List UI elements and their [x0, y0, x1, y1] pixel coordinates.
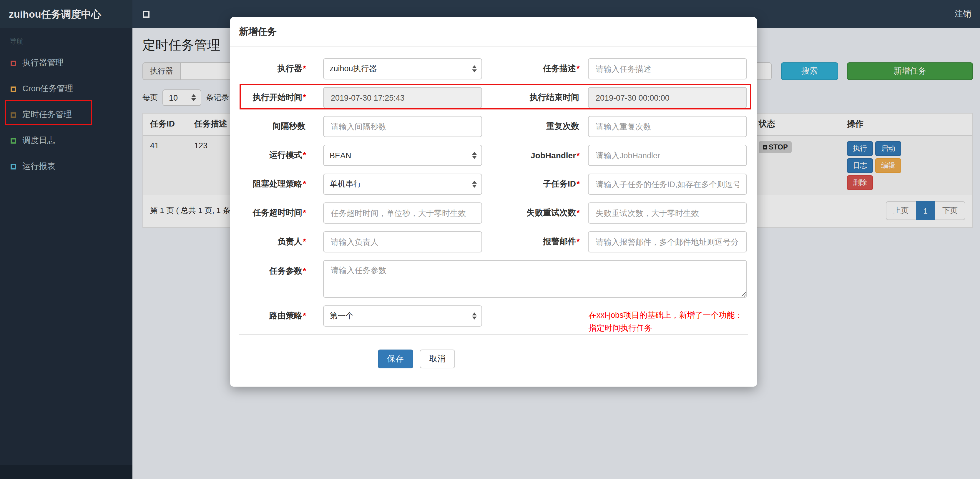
caret-up-icon [472, 152, 477, 155]
form-row: 负责人* 报警邮件* [239, 231, 748, 253]
label-text: JobHandler [531, 151, 576, 160]
label-text: 负责人 [277, 237, 302, 246]
job-desc-label: 任务描述* [482, 64, 580, 74]
repeat-count-label: 重复次数 [482, 121, 580, 132]
required-asterisk: * [303, 208, 306, 217]
select-arrows-icon [472, 312, 477, 320]
required-asterisk: * [303, 64, 306, 73]
child-job-label: 子任务ID* [482, 179, 580, 189]
required-asterisk: * [303, 237, 306, 246]
timeout-input[interactable] [323, 202, 482, 224]
run-mode-label: 运行模式* [239, 150, 306, 161]
form-row: 任务超时时间* 失败重试次数* [239, 202, 748, 224]
label-text: 报警邮件 [543, 237, 576, 246]
route-note: 在xxl-jobs项目的基础上，新增了一个功能： 指定时间执行任务 [589, 306, 743, 334]
required-asterisk: * [576, 237, 580, 246]
repeat-count-input[interactable] [588, 116, 747, 137]
add-task-modal: 新增任务 执行器* zuihou执行器 任务描述* 执行开始时间* 执行结束时间… [230, 17, 757, 387]
required-asterisk: * [303, 266, 306, 275]
cancel-button[interactable]: 取消 [420, 350, 455, 368]
required-asterisk: * [576, 179, 580, 188]
label-text: 运行模式 [269, 150, 302, 159]
label-text: 子任务ID [543, 179, 576, 188]
save-button[interactable]: 保存 [378, 350, 413, 368]
job-param-textarea[interactable] [323, 260, 747, 298]
form-row: 执行器* zuihou执行器 任务描述* [239, 58, 748, 80]
label-text: 阻塞处理策略 [253, 179, 302, 188]
caret-down-icon [472, 156, 477, 159]
form-row-dates: 执行开始时间* 执行结束时间 [239, 87, 748, 108]
route-note-line-2: 指定时间执行任务 [589, 321, 743, 334]
modal-title: 新增任务 [239, 26, 748, 38]
caret-down-icon [472, 317, 477, 320]
caret-up-icon [472, 181, 477, 184]
owner-input[interactable] [323, 231, 482, 253]
block-strategy-label: 阻塞处理策略* [239, 179, 306, 189]
executor-select[interactable]: zuihou执行器 [323, 58, 482, 80]
alarm-email-label: 报警邮件* [482, 237, 580, 247]
required-asterisk: * [303, 92, 306, 102]
label-text: 任务超时时间 [253, 208, 302, 217]
executor-label: 执行器* [239, 64, 306, 74]
app-root: zuihou任务调度中心 注销 导航 执行器管理 Cron任务管理 定时任务管理… [0, 0, 980, 479]
caret-up-icon [472, 312, 477, 315]
job-handler-label: JobHandler* [482, 151, 580, 160]
run-mode-select[interactable]: BEAN [323, 145, 482, 166]
label-text: 任务描述 [543, 64, 576, 73]
label-text: 执行器 [277, 64, 302, 73]
form-row: 间隔秒数 重复次数 [239, 116, 748, 137]
start-time-label: 执行开始时间* [239, 92, 306, 103]
fail-retry-input[interactable] [588, 202, 747, 224]
required-asterisk: * [303, 179, 306, 188]
required-asterisk: * [303, 150, 306, 159]
required-asterisk: * [576, 208, 580, 217]
label-text: 任务参数 [269, 266, 302, 275]
fail-retry-label: 失败重试次数* [482, 208, 580, 218]
route-note-line-1: 在xxl-jobs项目的基础上，新增了一个功能： [589, 309, 743, 321]
route-strategy-select[interactable]: 第一个 [323, 306, 482, 326]
select-arrows-icon [472, 181, 477, 188]
form-row: 阻塞处理策略* 单机串行 子任务ID* [239, 173, 748, 195]
block-strategy-select-value: 单机串行 [329, 179, 361, 189]
end-time-label: 执行结束时间 [482, 92, 580, 103]
label-text: 执行开始时间 [253, 92, 302, 102]
job-handler-input[interactable] [588, 145, 747, 166]
form-row-route: 路由策略* 第一个 在xxl-jobs项目的基础上，新增了一个功能： 指定时间执… [239, 306, 748, 326]
alarm-email-input[interactable] [588, 231, 747, 253]
modal-footer: 保存 取消 [239, 335, 748, 387]
run-mode-select-value: BEAN [329, 151, 352, 160]
child-job-input[interactable] [588, 173, 747, 195]
caret-down-icon [472, 185, 477, 188]
owner-label: 负责人* [239, 237, 306, 247]
label-text: 间隔秒数 [272, 121, 305, 130]
end-time-input[interactable] [588, 87, 747, 108]
route-strategy-label: 路由策略* [239, 306, 306, 321]
caret-up-icon [472, 65, 477, 68]
label-text: 路由策略 [269, 311, 302, 320]
select-arrows-icon [472, 152, 477, 159]
block-strategy-select[interactable]: 单机串行 [323, 173, 482, 195]
required-asterisk: * [576, 151, 580, 160]
form-row: 运行模式* BEAN JobHandler* [239, 145, 748, 166]
label-text: 执行结束时间 [530, 92, 579, 102]
form-row-job-param: 任务参数* [239, 260, 748, 298]
start-time-input[interactable] [323, 87, 482, 108]
modal-header: 新增任务 [230, 17, 757, 47]
required-asterisk: * [303, 311, 306, 320]
label-text: 失败重试次数 [527, 208, 576, 217]
job-param-label: 任务参数* [239, 260, 306, 277]
route-strategy-select-value: 第一个 [329, 311, 353, 321]
timeout-label: 任务超时时间* [239, 208, 306, 218]
required-asterisk: * [576, 64, 580, 73]
executor-select-value: zuihou执行器 [329, 64, 377, 74]
select-arrows-icon [472, 65, 477, 72]
interval-label: 间隔秒数 [239, 121, 306, 132]
modal-body: 执行器* zuihou执行器 任务描述* 执行开始时间* 执行结束时间 间隔秒数… [230, 47, 757, 387]
interval-input[interactable] [323, 116, 482, 137]
caret-down-icon [472, 70, 477, 72]
job-desc-input[interactable] [588, 58, 747, 80]
label-text: 重复次数 [546, 121, 579, 130]
